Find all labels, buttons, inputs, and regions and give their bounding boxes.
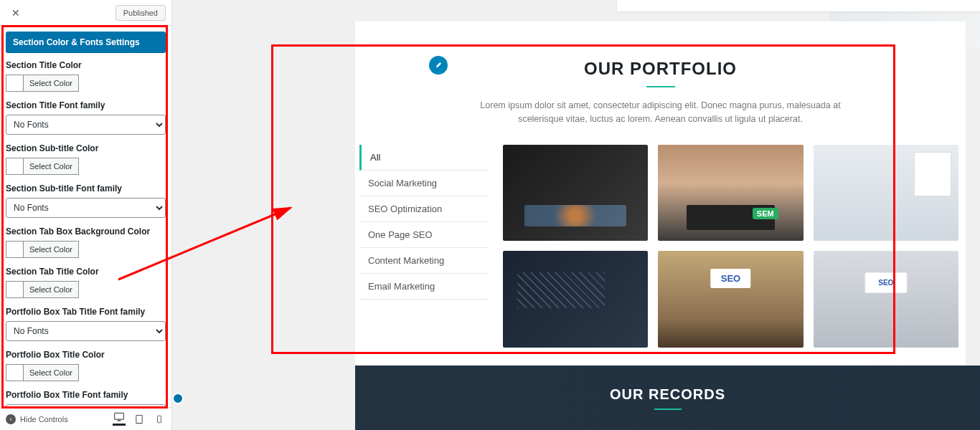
font-select[interactable]: No Fonts xyxy=(6,198,166,218)
section-title: OUR PORTFOLIO xyxy=(355,22,966,79)
svg-rect-1 xyxy=(118,420,121,421)
portfolio-grid xyxy=(503,145,958,348)
select-color-button[interactable]: Select Color xyxy=(23,75,79,92)
portfolio-item[interactable] xyxy=(658,251,803,348)
field-label: Section Sub-title Font family xyxy=(6,183,166,194)
tab-email-marketing[interactable]: Email Marketing xyxy=(359,274,489,300)
field-label: Portfolio Box Title Font family xyxy=(6,390,166,400)
font-select[interactable]: No Fonts xyxy=(6,321,166,341)
field-box-title-font: Portfolio Box Title Font family No Fonts xyxy=(6,390,166,407)
portfolio-item[interactable] xyxy=(658,145,803,242)
hide-controls-label: Hide Controls xyxy=(20,415,68,424)
color-swatch[interactable] xyxy=(6,241,23,258)
portfolio-item[interactable] xyxy=(503,251,648,348)
field-section-title-color: Section Title Color Select Color xyxy=(6,60,166,92)
field-label: Section Tab Title Color xyxy=(6,267,166,277)
tab-content-marketing[interactable]: Content Marketing xyxy=(359,248,489,274)
portfolio-tab-list: All Social Marketing SEO Optimization On… xyxy=(359,145,489,348)
field-box-tab-font: Portfolio Box Tab Title Font family No F… xyxy=(6,307,166,341)
records-title: OUR RECORDS xyxy=(610,386,725,403)
pencil-icon xyxy=(434,61,443,70)
preview-pane: OUR PORTFOLIO Lorem ipsum dolor sit amet… xyxy=(172,0,980,430)
collapse-handle-icon[interactable] xyxy=(172,393,184,404)
color-swatch[interactable] xyxy=(6,75,23,92)
edit-section-button[interactable] xyxy=(429,56,448,75)
field-label: Section Sub-title Color xyxy=(6,143,166,153)
panel-header[interactable]: Section Color & Fonts Settings xyxy=(6,32,166,53)
portfolio-item[interactable] xyxy=(503,145,648,242)
field-label: Portfolio Box Title Color xyxy=(6,350,166,360)
tab-one-page-seo[interactable]: One Page SEO xyxy=(359,222,489,248)
svg-rect-0 xyxy=(115,413,124,419)
svg-rect-2 xyxy=(136,415,142,423)
svg-rect-3 xyxy=(158,416,161,423)
sidebar-body: Section Color & Fonts Settings Section T… xyxy=(0,26,171,407)
select-color-button[interactable]: Select Color xyxy=(23,364,79,381)
field-subtitle-color: Section Sub-title Color Select Color xyxy=(6,143,166,175)
close-icon[interactable]: ✕ xyxy=(6,4,26,22)
desktop-view-icon[interactable] xyxy=(113,413,126,426)
field-label: Section Tab Box Background Color xyxy=(6,226,166,236)
mobile-view-icon[interactable] xyxy=(153,413,166,426)
portfolio-section: OUR PORTFOLIO Lorem ipsum dolor sit amet… xyxy=(355,22,966,366)
field-label: Section Title Font family xyxy=(6,100,166,110)
tab-social-marketing[interactable]: Social Marketing xyxy=(359,171,489,196)
portfolio-item[interactable] xyxy=(814,145,958,242)
tab-seo-optimization[interactable]: SEO Optimization xyxy=(359,196,489,222)
color-swatch[interactable] xyxy=(6,364,23,381)
field-label: Portfolio Box Tab Title Font family xyxy=(6,307,166,317)
hide-controls-button[interactable]: ‹ Hide Controls xyxy=(6,414,68,424)
tablet-view-icon[interactable] xyxy=(133,413,146,426)
field-label: Section Title Color xyxy=(6,60,166,70)
tab-all[interactable]: All xyxy=(359,145,489,171)
published-button[interactable]: Published xyxy=(116,5,166,21)
field-tab-bg-color: Section Tab Box Background Color Select … xyxy=(6,226,166,258)
sidebar-topbar: ✕ Published xyxy=(0,0,171,26)
section-subtitle: Lorem ipsum dolor sit amet, consectetur … xyxy=(460,99,862,126)
chevron-left-icon: ‹ xyxy=(6,414,16,424)
portfolio-item[interactable] xyxy=(814,251,958,348)
decorative-card xyxy=(617,0,980,11)
font-select[interactable]: No Fonts xyxy=(6,115,166,135)
color-swatch[interactable] xyxy=(6,281,23,298)
color-swatch[interactable] xyxy=(6,158,23,175)
field-box-title-color: Portfolio Box Title Color Select Color xyxy=(6,350,166,381)
field-section-title-font: Section Title Font family No Fonts xyxy=(6,100,166,135)
select-color-button[interactable]: Select Color xyxy=(23,281,79,298)
field-tab-title-color: Section Tab Title Color Select Color xyxy=(6,267,166,298)
select-color-button[interactable]: Select Color xyxy=(23,241,79,258)
sidebar-footer: ‹ Hide Controls xyxy=(0,407,171,430)
records-section: OUR RECORDS xyxy=(355,366,980,430)
select-color-button[interactable]: Select Color xyxy=(23,158,79,175)
title-underline xyxy=(646,86,675,87)
field-subtitle-font: Section Sub-title Font family No Fonts xyxy=(6,183,166,218)
customizer-sidebar: ✕ Published Section Color & Fonts Settin… xyxy=(0,0,172,430)
records-underline xyxy=(654,408,682,410)
